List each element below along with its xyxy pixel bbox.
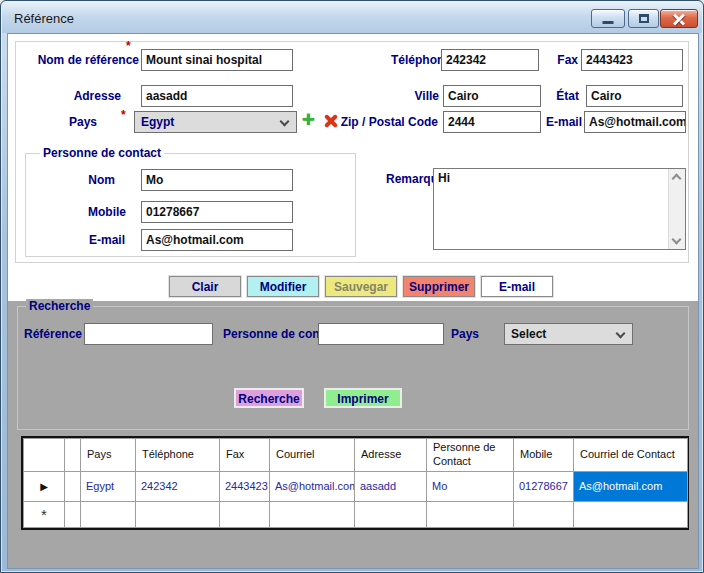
grid-cell-spacer[interactable] xyxy=(65,471,81,501)
contact-groupbox-title: Personne de contact xyxy=(40,146,164,160)
remarque-textarea[interactable]: Hi xyxy=(433,168,686,250)
contact-nom-label: Nom xyxy=(28,173,115,187)
nom-reference-field[interactable]: Mount sinai hospital xyxy=(141,49,293,71)
pays-combobox-value: Egypt xyxy=(141,115,174,129)
delete-country-button[interactable] xyxy=(323,113,339,129)
contact-mobile-field[interactable]: 01278667 xyxy=(141,201,293,223)
required-marker-pays: * xyxy=(121,108,126,122)
grid-cell-personne-de-contact[interactable]: Mo xyxy=(427,471,514,501)
contact-mobile-label: Mobile xyxy=(28,205,126,219)
maximize-button[interactable] xyxy=(628,9,659,28)
search-reference-field[interactable] xyxy=(84,323,213,345)
pays-label: Pays xyxy=(12,115,97,129)
search-pays-combobox[interactable]: Select xyxy=(504,323,633,345)
minimize-icon xyxy=(603,21,614,24)
imprimer-button[interactable]: Imprimer xyxy=(324,388,402,408)
title-bar[interactable]: Référence xyxy=(2,2,702,33)
grid-header-spacer xyxy=(65,439,81,472)
contact-email-field[interactable]: As@hotmail.com xyxy=(141,229,293,251)
search-panel: Recherche Référence Personne de contact … xyxy=(8,301,698,568)
grid-header-courriel-de-contact[interactable]: Courriel de Contact xyxy=(574,439,688,472)
grid-cell-mobile[interactable]: 01278667 xyxy=(514,471,574,501)
recherche-groupbox-title: Recherche xyxy=(26,299,93,313)
grid-header-row: Pays Téléphone Fax Courriel Adresse Pers… xyxy=(24,439,688,472)
add-country-button[interactable]: + xyxy=(302,110,315,130)
window-title: Référence xyxy=(14,11,74,26)
adresse-label: Adresse xyxy=(12,89,121,103)
maximize-icon xyxy=(639,14,649,23)
chevron-up-icon[interactable] xyxy=(672,174,682,184)
recherche-button[interactable]: Recherche xyxy=(234,388,304,408)
chevron-down-icon[interactable] xyxy=(672,235,682,245)
search-pays-combobox-value: Select xyxy=(511,327,546,341)
fax-field[interactable]: 2443423 xyxy=(581,49,683,71)
close-icon xyxy=(673,13,685,25)
pays-combobox[interactable]: Egypt xyxy=(134,111,297,133)
grid-cell-personne-de-contact[interactable] xyxy=(427,501,514,527)
grid-cell-telephone[interactable]: 242342 xyxy=(136,471,220,501)
grid-cell-courriel[interactable]: As@hotmail.com xyxy=(270,471,355,501)
contact-email-label: E-mail xyxy=(28,233,125,247)
grid-cell-courriel-de-contact[interactable] xyxy=(574,501,688,527)
clair-button[interactable]: Clair xyxy=(169,276,241,297)
ville-field[interactable]: Cairo xyxy=(443,85,541,107)
grid-header-pays[interactable]: Pays xyxy=(81,439,136,472)
grid-cell-courriel[interactable] xyxy=(270,501,355,527)
grid-header-telephone[interactable]: Téléphone xyxy=(136,439,220,472)
email-field[interactable]: As@hotmail.com xyxy=(584,111,686,133)
grid-header-fax[interactable]: Fax xyxy=(220,439,270,472)
chevron-down-icon xyxy=(280,117,290,127)
close-button[interactable] xyxy=(660,9,698,28)
row-arrow-icon: ▶ xyxy=(40,481,48,492)
remarque-text: Hi xyxy=(438,171,450,185)
minimize-button[interactable] xyxy=(591,9,625,28)
grid-header-adresse[interactable]: Adresse xyxy=(355,439,427,472)
grid-header-rowselector xyxy=(24,439,65,472)
supprimer-button[interactable]: Supprimer xyxy=(403,276,475,297)
zip-label: Zip / Postal Code xyxy=(338,115,438,129)
grid-cell-mobile[interactable] xyxy=(514,501,574,527)
grid-cell-spacer[interactable] xyxy=(65,501,81,527)
grid-header-mobile[interactable]: Mobile xyxy=(514,439,574,472)
grid-cell-adresse[interactable] xyxy=(355,501,427,527)
grid-header-courriel[interactable]: Courriel xyxy=(270,439,355,472)
form-client-area: * Nom de référence Mount sinai hospital … xyxy=(7,33,699,569)
required-marker-nom: * xyxy=(126,39,131,53)
remarque-scrollbar[interactable] xyxy=(668,169,685,249)
modifier-button[interactable]: Modifier xyxy=(247,276,319,297)
email-button[interactable]: E-mail xyxy=(481,276,553,297)
search-pays-label: Pays xyxy=(438,327,479,341)
telephone-field[interactable]: 242342 xyxy=(441,49,539,71)
window: Référence * Nom de référence Mount sinai… xyxy=(0,0,704,573)
grid-header-personne-de-contact[interactable]: Personne de Contact xyxy=(427,439,514,472)
grid-cell-telephone[interactable] xyxy=(136,501,220,527)
grid-cell-courriel-de-contact-selected[interactable]: As@hotmail.com xyxy=(574,471,688,501)
adresse-field[interactable]: aasadd xyxy=(141,85,293,107)
references-datagrid: Pays Téléphone Fax Courriel Adresse Pers… xyxy=(21,436,689,530)
sauvegar-button[interactable]: Sauvegar xyxy=(325,276,397,297)
grid-cell-pays[interactable]: Egypt xyxy=(81,471,136,501)
grid-cell-adresse[interactable]: aasadd xyxy=(355,471,427,501)
ville-label: Ville xyxy=(348,89,439,103)
grid-cell-fax[interactable]: 2443423 xyxy=(220,471,270,501)
search-contact-field[interactable] xyxy=(318,323,444,345)
zip-field[interactable]: 2444 xyxy=(443,111,541,133)
new-row-header[interactable]: * xyxy=(24,501,65,527)
grid-new-row: * xyxy=(24,501,688,527)
contact-nom-field[interactable]: Mo xyxy=(141,169,293,191)
etat-field[interactable]: Cairo xyxy=(586,85,683,107)
grid-data-row: ▶ Egypt 242342 2443423 As@hotmail.com aa… xyxy=(24,471,688,501)
new-row-asterisk-icon: * xyxy=(41,506,47,523)
grid-cell-fax[interactable] xyxy=(220,501,270,527)
chevron-down-icon xyxy=(616,329,626,339)
grid-cell-pays[interactable] xyxy=(81,501,136,527)
nom-reference-label: Nom de référence xyxy=(12,53,139,67)
current-row-header[interactable]: ▶ xyxy=(24,471,65,501)
search-reference-label: Référence xyxy=(24,327,82,341)
